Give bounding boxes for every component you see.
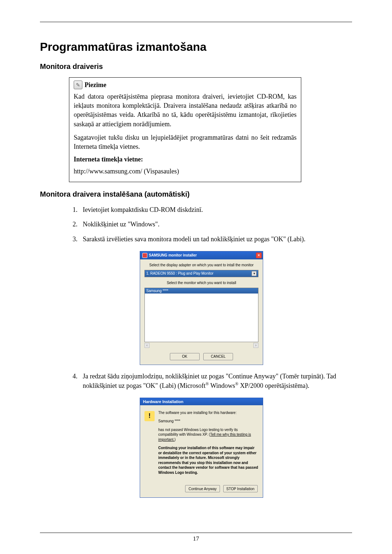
step-2: Noklikšķiniet uz "Windows". (79, 219, 352, 229)
hw-p2: Samsung **** (158, 419, 258, 424)
warning-icon: ! (144, 411, 155, 421)
installer-app-icon (142, 253, 147, 258)
note-url: http://www.samsung.com/ (Vispasaules) (74, 167, 297, 176)
reg-1: ® (205, 381, 209, 386)
hw-dialog-wrap: Hardware Installation ! The software you… (40, 398, 352, 498)
step-1: Ievietojiet kompaktdisku CD-ROM diskdzin… (79, 205, 352, 214)
stop-installation-button[interactable]: STOP Installation (223, 485, 258, 492)
close-icon[interactable]: × (256, 253, 262, 258)
step-3: Sarakstā izvēlieties sava monitora model… (79, 234, 352, 244)
section-monitor-driver: Monitora draiveris (40, 62, 352, 71)
scroll-right-icon[interactable]: › (253, 343, 258, 348)
continue-anyway-button[interactable]: Continue Anyway (185, 485, 220, 492)
page-number: 17 (193, 535, 199, 542)
ok-button[interactable]: OK (170, 353, 200, 360)
installer-body: Select the display adapter on which you … (140, 259, 263, 365)
note-icon: ✎ (74, 81, 82, 89)
monitor-list-scrollbar: ‹ › (144, 343, 258, 348)
installer-label-monitor: Select the monitor which you want to ins… (144, 281, 258, 285)
hw-text: The software you are installing for this… (158, 410, 258, 479)
page-footer: 17 (40, 533, 352, 542)
note-header: ✎ Piezīme (74, 81, 297, 89)
reg-2: ® (235, 381, 238, 386)
installer-dialog: SAMSUNG monitor installer × Select the d… (140, 251, 263, 365)
monitor-list-selected[interactable]: Samsung **** (145, 288, 258, 294)
step-4: Ja redzat šādu ziņojumlodziņu, noklikšķi… (79, 372, 352, 390)
hw-p3: has not passed Windows Logo testing to v… (158, 427, 258, 442)
page-title: Programmatūras izmantošana (40, 40, 352, 54)
hw-body: ! The software you are installing for th… (140, 405, 263, 483)
adapter-select-value: 1. RADEON 9550 : Plug and Play Monitor (146, 271, 213, 275)
hw-p4: Continuing your installation of this sof… (158, 446, 258, 475)
note-title: Piezīme (85, 81, 106, 89)
chevron-down-icon[interactable]: ▾ (252, 271, 257, 276)
install-steps: Ievietojiet kompaktdisku CD-ROM diskdzin… (69, 205, 352, 243)
note-box: ✎ Piezīme Kad datora operētājsistēma pie… (69, 77, 301, 182)
section-auto-install: Monitora draivera instalēšana (automātis… (40, 190, 352, 198)
installer-label-adapter: Select the display adapter on which you … (144, 263, 258, 267)
adapter-select[interactable]: 1. RADEON 9550 : Plug and Play Monitor ▾ (144, 270, 258, 277)
cancel-button[interactable]: CANCEL (203, 353, 233, 360)
step-4-c: XP/2000 operētājsistēma). (238, 382, 309, 389)
hardware-install-dialog: Hardware Installation ! The software you… (140, 398, 263, 498)
note-site-label: Interneta tīmekļa vietne: (74, 156, 297, 163)
installer-dialog-wrap: SAMSUNG monitor installer × Select the d… (40, 251, 352, 365)
step-4-b: Windows (209, 382, 235, 389)
top-rule (40, 22, 352, 22)
note-paragraph-1: Kad datora operētājsistēma pieprasa moni… (74, 92, 297, 129)
hw-titlebar: Hardware Installation (140, 398, 263, 405)
scroll-left-icon[interactable]: ‹ (144, 343, 150, 348)
installer-title-text: SAMSUNG monitor installer (149, 253, 197, 257)
installer-titlebar: SAMSUNG monitor installer × (140, 251, 263, 259)
hw-p3b: ) (174, 438, 175, 442)
hw-p1: The software you are installing for this… (158, 410, 258, 415)
installer-buttons: OK CANCEL (144, 353, 258, 360)
hw-buttons: Continue Anyway STOP Installation (140, 483, 263, 497)
monitor-list[interactable]: Samsung **** (144, 288, 258, 342)
note-paragraph-2: Sagatavojiet tukšu disku un lejupielādēj… (74, 133, 297, 151)
install-steps-continued: Ja redzat šādu ziņojumlodziņu, noklikšķi… (69, 372, 352, 390)
